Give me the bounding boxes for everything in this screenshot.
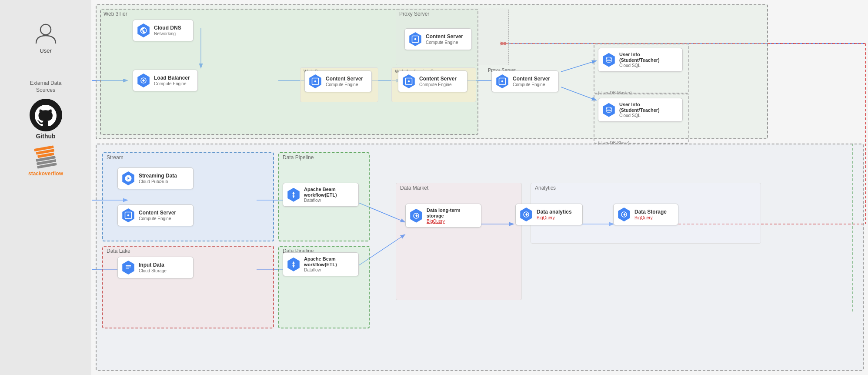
svg-point-31 [606, 57, 611, 59]
user-info-slave-icon [602, 103, 616, 117]
svg-point-26 [314, 80, 317, 83]
load-balancer-node: Load Balancer Compute Engine [133, 70, 198, 91]
input-data-icon [121, 261, 135, 275]
apache-beam1-text: Apache Beamworkflow(ETL) Dataflow [304, 187, 337, 203]
streaming-data-icon [121, 171, 135, 185]
content-server-proxy-mid-icon [495, 74, 509, 88]
content-server-proxy-mid-text: Content Server Compute Engine [513, 76, 550, 87]
user-label: User [40, 47, 51, 54]
content-server-stream-text: Content Server Compute Engine [139, 210, 176, 221]
datalake-label: Data Lake [107, 248, 130, 254]
content-server-proxy-top-icon [408, 32, 422, 46]
content-server-web-node: Content Server Compute Engine [304, 70, 372, 92]
web3tier-label: Web 3Tier [103, 11, 127, 17]
content-server-proxy-top-node: Content Server Compute Engine [404, 28, 472, 50]
content-server-proxy-mid-node: Content Server Compute Engine [491, 70, 559, 92]
svg-point-24 [414, 38, 417, 40]
svg-point-34 [127, 214, 130, 217]
github-logo [30, 99, 62, 131]
github-item: Github [30, 99, 62, 140]
apache-beam2-text: Apache Beamworkflow(ETL) Dataflow [304, 256, 337, 272]
data-longterm-icon [409, 209, 423, 223]
content-server-web-icon [308, 74, 322, 88]
data-longterm-text: Data long-termstorage BigQuery [427, 208, 461, 224]
streaming-data-node: Streaming Data Cloud Pub/Sub [117, 167, 194, 189]
apache-beam1-node: Apache Beamworkflow(ETL) Dataflow [283, 183, 359, 207]
github-icon [35, 104, 57, 126]
svg-point-28 [408, 80, 410, 83]
data-analytics-icon [519, 208, 533, 221]
content-server-proxy-top-text: Content Server Compute Engine [426, 33, 463, 44]
stackoverflow-label: stackoverflow [28, 171, 63, 177]
data-storage-node: Data Storage BigQuery [613, 204, 678, 225]
apache-beam2-icon [287, 258, 300, 271]
user-info-master-node: User Info(Student/Teacher) Cloud SQL [598, 48, 683, 72]
svg-point-32 [606, 107, 611, 109]
user-info-master-icon [602, 53, 616, 67]
svg-point-30 [501, 80, 504, 83]
data-storage-icon [617, 208, 631, 221]
svg-point-0 [40, 24, 51, 35]
cloud-dns-node: Cloud DNS Networking [133, 20, 194, 41]
ext-sources-label: External DataSources [30, 80, 62, 94]
user-info-slave-node: User Info(Student/Teacher) Cloud SQL [598, 98, 683, 122]
content-server-stream-icon [121, 208, 135, 222]
input-data-text: Input Data Cloud Storage [139, 262, 167, 273]
apache-beam1-icon [287, 188, 300, 202]
data-analytics-node: Data analytics BigQuery [515, 204, 583, 225]
data-storage-text: Data Storage BigQuery [634, 209, 667, 220]
user-info-slave-text: User Info(Student/Teacher) Cloud SQL [619, 102, 660, 118]
streaming-data-text: Streaming Data Cloud Pub/Sub [139, 173, 177, 184]
cloud-dns-text: Cloud DNS Networking [154, 25, 181, 36]
content-server-web-text: Content Server Compute Engine [326, 76, 363, 87]
github-label: Github [36, 133, 55, 140]
data-pipeline1-label: Data Pipeline [283, 154, 314, 161]
apache-beam2-node: Apache Beamworkflow(ETL) Dataflow [283, 252, 359, 276]
content-server-webapp-icon [402, 74, 416, 88]
analytics-label: Analytics [535, 185, 556, 191]
load-balancer-text: Load Balancer Compute Engine [154, 75, 190, 86]
sidebar: User External DataSources Github [0, 0, 91, 375]
stackoverflow-icon [34, 146, 57, 169]
user-info-master-text: User Info(Student/Teacher) Cloud SQL [619, 52, 660, 68]
main-diagram: Web 3Tier Proxy Server Web Server Web Ap… [91, 0, 868, 375]
cloud-dns-icon [137, 23, 150, 37]
ext-sources-section: External DataSources Github stackoverflo… [4, 80, 87, 177]
data-longterm-node: Data long-termstorage BigQuery [405, 204, 481, 228]
stream-region [102, 152, 274, 241]
datamarket-label: Data Market [400, 185, 428, 191]
content-server-stream-node: Content Server Compute Engine [117, 204, 194, 226]
user-icon [34, 22, 58, 46]
proxy-server-top-label: Proxy Server [399, 11, 429, 17]
load-balancer-icon [137, 74, 150, 87]
input-data-node: Input Data Cloud Storage [117, 257, 194, 278]
datamarket-region [396, 183, 522, 300]
stackoverflow-item: stackoverflow [28, 147, 63, 177]
content-server-webapp-text: Content Server Compute Engine [419, 76, 457, 87]
user-section: User [34, 22, 58, 54]
data-analytics-text: Data analytics BigQuery [537, 209, 572, 220]
stream-label: Stream [107, 154, 124, 161]
content-server-webapp-node: Content Server Compute Engine [398, 70, 467, 92]
